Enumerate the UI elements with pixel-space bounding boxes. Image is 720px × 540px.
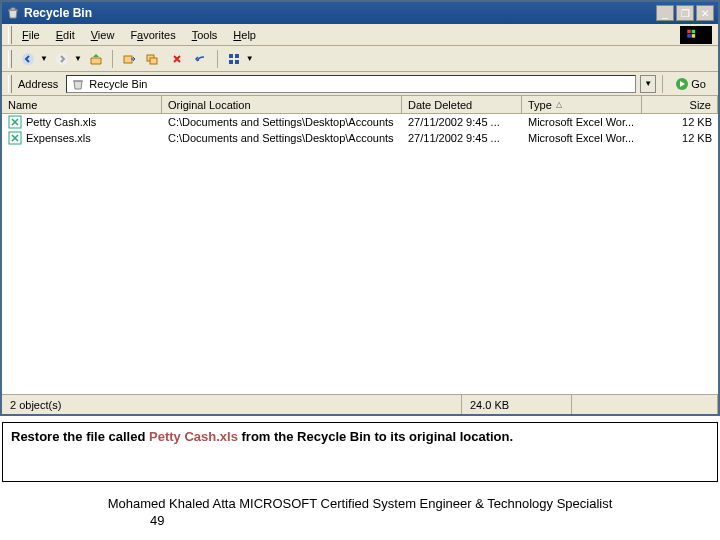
menu-favorites[interactable]: Favorites — [122, 27, 183, 43]
file-date: 27/11/2002 9:45 ... — [402, 132, 522, 144]
file-name: Petty Cash.xls — [26, 116, 96, 128]
file-location: C:\Documents and Settings\Desktop\Accoun… — [162, 132, 402, 144]
svg-rect-8 — [150, 58, 157, 64]
svg-rect-9 — [229, 54, 233, 58]
addressbar: Address Recycle Bin ▼ Go — [2, 72, 718, 96]
go-button[interactable]: Go — [669, 77, 712, 91]
toolbar-grip[interactable] — [8, 50, 12, 68]
menu-help[interactable]: Help — [225, 27, 264, 43]
file-type: Microsoft Excel Wor... — [522, 116, 642, 128]
addressbar-grip[interactable] — [8, 75, 12, 93]
sort-indicator-icon: △ — [556, 100, 562, 109]
maximize-button[interactable]: ❐ — [676, 5, 694, 21]
delete-button[interactable] — [167, 49, 187, 69]
menu-file[interactable]: File — [14, 27, 48, 43]
table-row[interactable]: Petty Cash.xls C:\Documents and Settings… — [2, 114, 718, 130]
menubar: File Edit View Favorites Tools Help — [2, 24, 718, 46]
windows-flag-icon — [680, 26, 712, 44]
views-dropdown-icon[interactable]: ▼ — [246, 54, 254, 63]
status-total-size: 24.0 KB — [462, 395, 572, 414]
svg-rect-10 — [235, 54, 239, 58]
svg-rect-2 — [687, 34, 691, 38]
file-date: 27/11/2002 9:45 ... — [402, 116, 522, 128]
close-button[interactable]: ✕ — [696, 5, 714, 21]
instruction-post: from the Recycle Bin to its original loc… — [238, 429, 513, 444]
file-size: 12 KB — [642, 116, 718, 128]
copy-to-button[interactable] — [143, 49, 163, 69]
recycle-bin-icon — [71, 77, 85, 91]
file-location: C:\Documents and Settings\Desktop\Accoun… — [162, 116, 402, 128]
footer-text: Mohamed Khaled Atta MICROSOFT Certified … — [40, 496, 680, 511]
window-controls: _ ❐ ✕ — [656, 5, 714, 21]
svg-rect-0 — [687, 29, 691, 33]
go-icon — [675, 77, 689, 91]
statusbar: 2 object(s) 24.0 KB — [2, 394, 718, 414]
svg-point-5 — [56, 53, 68, 65]
toolbar-separator — [662, 75, 663, 93]
menu-edit[interactable]: Edit — [48, 27, 83, 43]
address-value: Recycle Bin — [89, 78, 147, 90]
header-type[interactable]: Type△ — [522, 96, 642, 113]
status-objects: 2 object(s) — [2, 395, 462, 414]
status-extra — [572, 395, 718, 414]
forward-button[interactable] — [52, 49, 72, 69]
recycle-bin-icon — [6, 6, 20, 20]
table-row[interactable]: Expenses.xls C:\Documents and Settings\D… — [2, 130, 718, 146]
address-dropdown[interactable]: ▼ — [640, 75, 656, 93]
svg-point-4 — [22, 53, 34, 65]
up-button[interactable] — [86, 49, 106, 69]
file-type: Microsoft Excel Wor... — [522, 132, 642, 144]
explorer-window: Recycle Bin _ ❐ ✕ File Edit View Favorit… — [0, 0, 720, 416]
svg-rect-12 — [235, 60, 239, 64]
menu-view[interactable]: View — [83, 27, 123, 43]
menu-tools[interactable]: Tools — [184, 27, 226, 43]
page-number: 49 — [40, 513, 680, 528]
instruction-pre: Restore the file called — [11, 429, 149, 444]
window-title: Recycle Bin — [24, 6, 656, 20]
address-label: Address — [18, 78, 58, 90]
views-button[interactable] — [224, 49, 244, 69]
undo-button[interactable] — [191, 49, 211, 69]
header-original-location[interactable]: Original Location — [162, 96, 402, 113]
footer: Mohamed Khaled Atta MICROSOFT Certified … — [0, 496, 720, 528]
svg-rect-3 — [692, 34, 696, 38]
excel-file-icon — [8, 115, 22, 129]
file-list[interactable]: Petty Cash.xls C:\Documents and Settings… — [2, 114, 718, 394]
svg-rect-6 — [124, 56, 132, 63]
instruction-box: Restore the file called Petty Cash.xls f… — [2, 422, 718, 482]
header-date-deleted[interactable]: Date Deleted — [402, 96, 522, 113]
file-name: Expenses.xls — [26, 132, 91, 144]
menubar-grip[interactable] — [8, 26, 12, 44]
toolbar-separator — [217, 50, 218, 68]
address-input[interactable]: Recycle Bin — [66, 75, 636, 93]
back-dropdown-icon[interactable]: ▼ — [40, 54, 48, 63]
titlebar[interactable]: Recycle Bin _ ❐ ✕ — [2, 2, 718, 24]
svg-rect-1 — [692, 29, 696, 33]
move-to-button[interactable] — [119, 49, 139, 69]
toolbar-separator — [112, 50, 113, 68]
forward-dropdown-icon[interactable]: ▼ — [74, 54, 82, 63]
toolbar: ▼ ▼ ▼ — [2, 46, 718, 72]
header-size[interactable]: Size — [642, 96, 718, 113]
column-headers: Name Original Location Date Deleted Type… — [2, 96, 718, 114]
instruction-highlight: Petty Cash.xls — [149, 429, 238, 444]
back-button[interactable] — [18, 49, 38, 69]
header-name[interactable]: Name — [2, 96, 162, 113]
excel-file-icon — [8, 131, 22, 145]
svg-rect-11 — [229, 60, 233, 64]
minimize-button[interactable]: _ — [656, 5, 674, 21]
file-size: 12 KB — [642, 132, 718, 144]
